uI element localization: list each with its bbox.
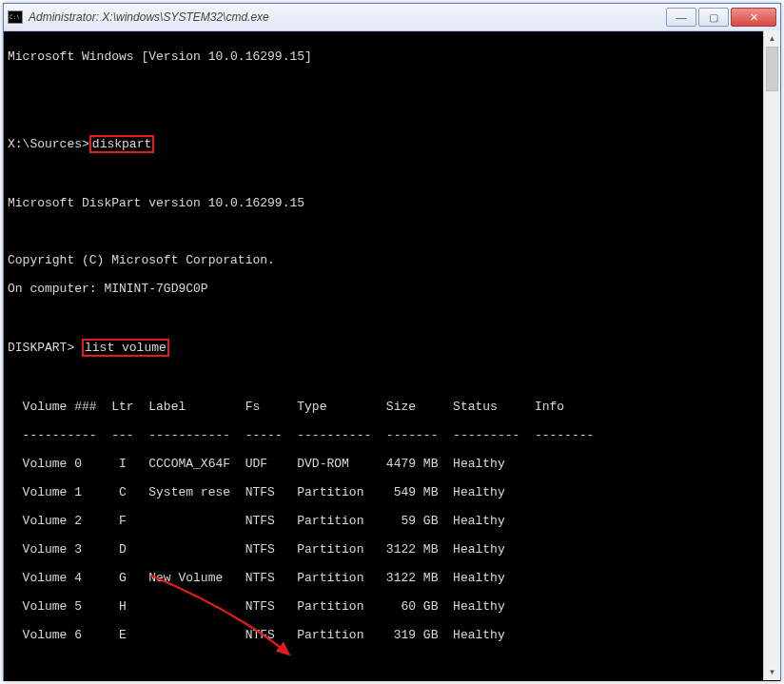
maximize-button[interactable]: ▢ (698, 8, 729, 27)
diskpart-prompt: DISKPART> (8, 341, 82, 355)
scrollbar[interactable]: ▲ ▼ (763, 30, 780, 680)
computer-line: On computer: MININT-7GD9C0P (8, 282, 776, 296)
window-title: Administrator: X:\windows\SYSTEM32\cmd.e… (29, 10, 664, 24)
terminal-output[interactable]: Microsoft Windows [Version 10.0.16299.15… (4, 31, 780, 681)
volume-header: Volume ### Ltr Label Fs Type Size Status… (8, 400, 776, 414)
minimize-icon: — (676, 12, 687, 23)
maximize-icon: ▢ (709, 12, 718, 23)
command-prompt-window: Administrator: X:\windows\SYSTEM32\cmd.e… (3, 3, 781, 681)
titlebar: Administrator: X:\windows\SYSTEM32\cmd.e… (4, 4, 780, 31)
volume-row: Volume 1 C System rese NTFS Partition 54… (8, 485, 776, 499)
volume-row: Volume 3 D NTFS Partition 3122 MB Health… (8, 542, 776, 557)
minimize-button[interactable]: — (666, 8, 696, 27)
highlight-list-volume: list volume (82, 339, 169, 357)
volume-row: Volume 6 E NTFS Partition 319 GB Healthy (8, 628, 776, 642)
scroll-down-button[interactable]: ▼ (764, 664, 780, 680)
window-controls: — ▢ ✕ (664, 8, 776, 27)
scroll-up-button[interactable]: ▲ (764, 30, 780, 47)
volume-divider: ---------- --- ----------- ----- -------… (8, 428, 776, 442)
version-line: Microsoft Windows [Version 10.0.16299.15… (8, 49, 776, 64)
volume-row: Volume 5 H NTFS Partition 60 GB Healthy (8, 599, 776, 614)
close-button[interactable]: ✕ (731, 8, 776, 27)
highlight-diskpart: diskpart (89, 135, 154, 153)
volume-row: Volume 2 F NTFS Partition 59 GB Healthy (8, 514, 776, 528)
volume-row: Volume 4 G New Volume NTFS Partition 312… (8, 571, 776, 585)
prompt: X:\Sources> (8, 137, 89, 151)
copyright-line: Copyright (C) Microsoft Corporation. (8, 253, 776, 267)
diskpart-version-line: Microsoft DiskPart version 10.0.16299.15 (8, 196, 776, 210)
volume-row: Volume 0 I CCCOMA_X64F UDF DVD-ROM 4479 … (8, 457, 776, 471)
close-icon: ✕ (750, 12, 758, 23)
cmd-icon (8, 10, 23, 24)
scroll-thumb[interactable] (766, 47, 778, 91)
scroll-track[interactable] (764, 47, 780, 664)
